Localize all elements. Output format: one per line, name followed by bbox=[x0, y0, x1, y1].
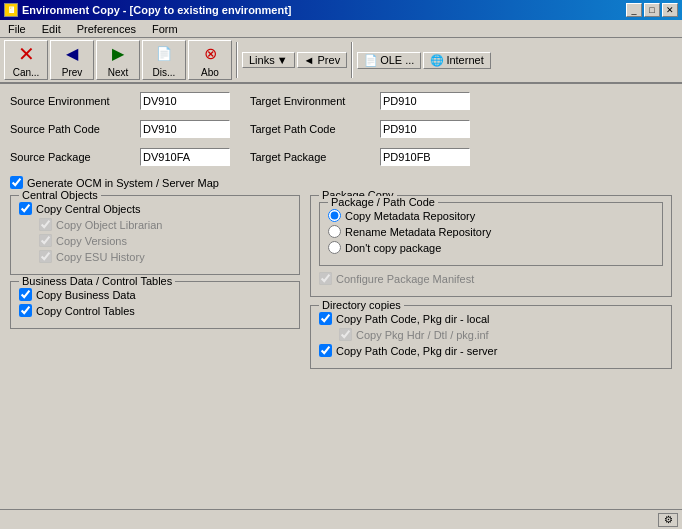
status-icon: ⚙ bbox=[658, 513, 678, 527]
can-button[interactable]: ✕ Can... bbox=[4, 40, 48, 80]
copy-central-objects-label: Copy Central Objects bbox=[36, 203, 141, 215]
toolbar-separator bbox=[236, 42, 238, 78]
dis-button[interactable]: 📄 Dis... bbox=[142, 40, 186, 80]
prev-button[interactable]: ◀ Prev bbox=[50, 40, 94, 80]
copy-path-server-row: Copy Path Code, Pkg dir - server bbox=[319, 344, 663, 357]
copy-pkg-hdr-row: Copy Pkg Hdr / Dtl / pkg.inf bbox=[339, 328, 663, 341]
target-environment-row: Target Environment bbox=[250, 92, 470, 110]
dont-copy-row: Don't copy package bbox=[328, 241, 654, 254]
package-copy-group: Package Copy Package / Path Code Copy Me… bbox=[310, 195, 672, 297]
toolbar: ✕ Can... ◀ Prev ▶ Next 📄 Dis... ⊗ Abo Li… bbox=[0, 38, 682, 84]
copy-central-objects-row: Copy Central Objects bbox=[19, 202, 291, 215]
copy-esu-history-row: Copy ESU History bbox=[39, 250, 291, 263]
target-package-label: Target Package bbox=[250, 151, 380, 163]
links-dropdown-icon: ▼ bbox=[277, 54, 288, 66]
copy-object-librarian-row: Copy Object Librarian bbox=[39, 218, 291, 231]
rename-metadata-row: Rename Metadata Repository bbox=[328, 225, 654, 238]
configure-manifest-checkbox[interactable] bbox=[319, 272, 332, 285]
menu-form[interactable]: Form bbox=[148, 22, 182, 36]
configure-manifest-label: Configure Package Manifest bbox=[336, 273, 474, 285]
central-objects-group: Central Objects Copy Central Objects Cop… bbox=[10, 195, 300, 275]
next-button[interactable]: ▶ Next bbox=[96, 40, 140, 80]
copy-central-objects-checkbox[interactable] bbox=[19, 202, 32, 215]
rename-metadata-label: Rename Metadata Repository bbox=[345, 226, 491, 238]
ole-label: OLE ... bbox=[380, 54, 414, 66]
menu-bar: File Edit Preferences Form bbox=[0, 20, 682, 38]
copy-path-local-row: Copy Path Code, Pkg dir - local bbox=[319, 312, 663, 325]
window-controls[interactable]: _ □ ✕ bbox=[626, 3, 678, 17]
menu-file[interactable]: File bbox=[4, 22, 30, 36]
source-package-row: Source Package bbox=[10, 148, 230, 166]
copy-metadata-row: Copy Metadata Repository bbox=[328, 209, 654, 222]
internet-label: Internet bbox=[446, 54, 483, 66]
copy-path-local-label: Copy Path Code, Pkg dir - local bbox=[336, 313, 489, 325]
prev-nav-button[interactable]: ◄ Prev bbox=[297, 52, 348, 68]
copy-path-local-checkbox[interactable] bbox=[319, 312, 332, 325]
target-package-row: Target Package bbox=[250, 148, 470, 166]
abo-button[interactable]: ⊗ Abo bbox=[188, 40, 232, 80]
ole-icon: 📄 bbox=[364, 54, 378, 67]
can-icon: ✕ bbox=[15, 43, 37, 65]
close-button[interactable]: ✕ bbox=[662, 3, 678, 17]
generate-ocm-checkbox[interactable] bbox=[10, 176, 23, 189]
source-environment-input[interactable] bbox=[140, 92, 230, 110]
links-button[interactable]: Links ▼ bbox=[242, 52, 295, 68]
source-package-input[interactable] bbox=[140, 148, 230, 166]
internet-button[interactable]: 🌐 Internet bbox=[423, 52, 490, 69]
configure-manifest-row: Configure Package Manifest bbox=[319, 272, 663, 285]
copy-esu-history-checkbox[interactable] bbox=[39, 250, 52, 263]
prev-label: Prev bbox=[62, 67, 83, 78]
central-objects-title: Central Objects bbox=[19, 189, 101, 201]
menu-preferences[interactable]: Preferences bbox=[73, 22, 140, 36]
status-bar: ⚙ bbox=[0, 509, 682, 529]
copy-pkg-hdr-checkbox[interactable] bbox=[339, 328, 352, 341]
target-environment-label: Target Environment bbox=[250, 95, 380, 107]
maximize-button[interactable]: □ bbox=[644, 3, 660, 17]
copy-business-data-row: Copy Business Data bbox=[19, 288, 291, 301]
package-path-code-group: Package / Path Code Copy Metadata Reposi… bbox=[319, 202, 663, 266]
target-path-code-label: Target Path Code bbox=[250, 123, 380, 135]
copy-control-tables-checkbox[interactable] bbox=[19, 304, 32, 317]
business-data-title: Business Data / Control Tables bbox=[19, 275, 175, 287]
target-package-input[interactable] bbox=[380, 148, 470, 166]
copy-business-data-checkbox[interactable] bbox=[19, 288, 32, 301]
package-path-code-title: Package / Path Code bbox=[328, 196, 438, 208]
copy-control-tables-label: Copy Control Tables bbox=[36, 305, 135, 317]
minimize-button[interactable]: _ bbox=[626, 3, 642, 17]
dis-icon: 📄 bbox=[153, 43, 175, 65]
title-bar: 🖥 Environment Copy - [Copy to existing e… bbox=[0, 0, 682, 20]
source-package-label: Source Package bbox=[10, 151, 140, 163]
next-label: Next bbox=[108, 67, 129, 78]
business-data-group: Business Data / Control Tables Copy Busi… bbox=[10, 281, 300, 329]
copy-metadata-radio[interactable] bbox=[328, 209, 341, 222]
source-environment-row: Source Environment bbox=[10, 92, 230, 110]
dont-copy-radio[interactable] bbox=[328, 241, 341, 254]
rename-metadata-radio[interactable] bbox=[328, 225, 341, 238]
copy-object-librarian-label: Copy Object Librarian bbox=[56, 219, 162, 231]
target-environment-input[interactable] bbox=[380, 92, 470, 110]
copy-business-data-label: Copy Business Data bbox=[36, 289, 136, 301]
copy-object-librarian-checkbox[interactable] bbox=[39, 218, 52, 231]
dis-label: Dis... bbox=[153, 67, 176, 78]
copy-pkg-hdr-label: Copy Pkg Hdr / Dtl / pkg.inf bbox=[356, 329, 489, 341]
copy-versions-label: Copy Versions bbox=[56, 235, 127, 247]
source-path-code-input[interactable] bbox=[140, 120, 230, 138]
copy-metadata-label: Copy Metadata Repository bbox=[345, 210, 475, 222]
source-path-code-row: Source Path Code bbox=[10, 120, 230, 138]
target-path-code-input[interactable] bbox=[380, 120, 470, 138]
copy-esu-history-label: Copy ESU History bbox=[56, 251, 145, 263]
can-label: Can... bbox=[13, 67, 40, 78]
copy-versions-checkbox[interactable] bbox=[39, 234, 52, 247]
abo-label: Abo bbox=[201, 67, 219, 78]
copy-path-server-checkbox[interactable] bbox=[319, 344, 332, 357]
source-path-code-label: Source Path Code bbox=[10, 123, 140, 135]
copy-path-server-label: Copy Path Code, Pkg dir - server bbox=[336, 345, 497, 357]
prev-nav-label: ◄ Prev bbox=[304, 54, 341, 66]
copy-versions-row: Copy Versions bbox=[39, 234, 291, 247]
directory-copies-title: Directory copies bbox=[319, 299, 404, 311]
ole-button[interactable]: 📄 OLE ... bbox=[357, 52, 421, 69]
main-content: Source Environment Source Path Code Sour… bbox=[0, 84, 682, 507]
dont-copy-label: Don't copy package bbox=[345, 242, 441, 254]
copy-control-tables-row: Copy Control Tables bbox=[19, 304, 291, 317]
menu-edit[interactable]: Edit bbox=[38, 22, 65, 36]
